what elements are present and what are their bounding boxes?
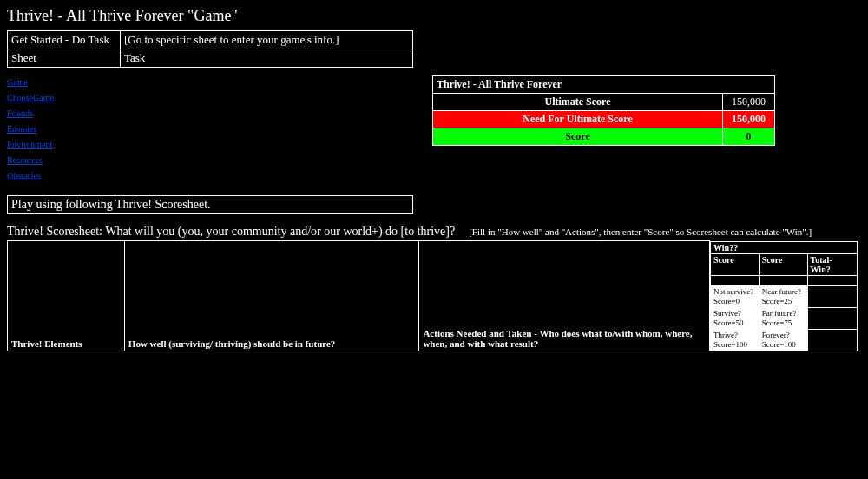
sheets-list: Game ChooseGame Friends Enemies Environm… xyxy=(7,68,415,190)
sheet-link-choosegame[interactable]: ChooseGame xyxy=(7,93,54,102)
sheet-link-enemies[interactable]: Enemies xyxy=(7,124,36,134)
col-howwell-header: How well (surviving/ thriving) should be… xyxy=(124,241,419,351)
score-value: 0 xyxy=(723,128,775,146)
need-score-value: 150,000 xyxy=(723,111,775,128)
get-started-hint: [Go to specific sheet to enter your game… xyxy=(121,31,413,49)
col-task-header: Task xyxy=(121,49,413,68)
page-title: Thrive! - All Thrive Forever "Game" xyxy=(7,7,861,25)
fill-hint: [Fill in "How well" and "Actions", then … xyxy=(469,226,812,237)
sheet-link-environment[interactable]: Environment xyxy=(7,140,52,149)
legend-2-1: Forever? Score=100 xyxy=(759,329,807,351)
ultimate-score-value: 150,000 xyxy=(723,94,775,111)
sheet-link-obstacles[interactable]: Obstacles xyxy=(7,171,41,180)
legend-1-0: Survive? Score=50 xyxy=(710,307,759,329)
legend-0-1: Near future? Score=25 xyxy=(759,285,807,307)
col-sheet-header: Sheet xyxy=(8,49,121,68)
win-total: Total- Win? xyxy=(807,253,857,275)
scoresheet-question: Thrive! Scoresheet: What will you (you, … xyxy=(7,225,455,239)
col-actions-header: Actions Needed and Taken - Who does what… xyxy=(419,241,710,351)
score-label: Score xyxy=(433,128,723,146)
win-score1: Score xyxy=(710,253,759,275)
sheet-link-friends[interactable]: Friends xyxy=(7,108,33,118)
get-started-heading: Get Started - Do Task xyxy=(8,31,121,49)
win-q: Win?? xyxy=(710,241,857,253)
ultimate-score-label: Ultimate Score xyxy=(433,94,723,111)
legend-2-0: Thrive? Score=100 xyxy=(710,329,759,351)
score-box: Thrive! - All Thrive Forever Ultimate Sc… xyxy=(432,75,775,146)
win-table: Win?? Score Score Total- Win? Not surviv… xyxy=(710,241,858,351)
scorebox-title: Thrive! - All Thrive Forever xyxy=(433,76,775,94)
sheet-link-game[interactable]: Game xyxy=(7,77,28,87)
play-using-box: Play using following Thrive! Scoresheet. xyxy=(7,195,413,214)
scoresheet-grid: Thrive! Elements How well (surviving/ th… xyxy=(7,240,858,351)
col-elements-header: Thrive! Elements xyxy=(8,241,125,351)
get-started-table: Get Started - Do Task [Go to specific sh… xyxy=(7,30,413,68)
legend-0-0: Not survive? Score=0 xyxy=(710,285,759,307)
legend-1-1: Far future? Score=75 xyxy=(759,307,807,329)
win-score2: Score xyxy=(759,253,807,275)
need-score-label: Need For Ultimate Score xyxy=(433,111,723,128)
sheet-link-resources[interactable]: Resources xyxy=(7,155,43,165)
